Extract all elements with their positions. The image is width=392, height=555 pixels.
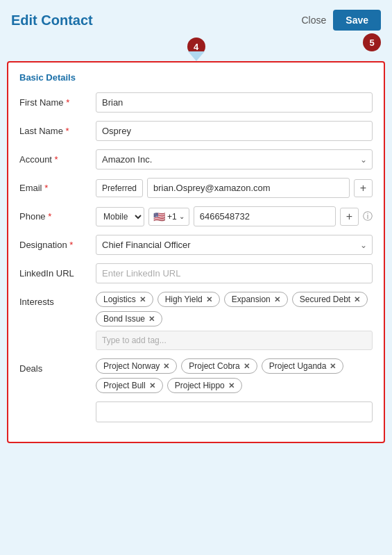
interests-tag-input[interactable] [96,331,373,350]
phone-label: Phone * [19,206,96,222]
email-row: Email * Preferred + [19,178,373,198]
list-item: Logistics ✕ [96,292,153,307]
first-name-field [96,92,373,113]
designation-row: Designation * Chief Financial Officer ⌄ [19,235,373,255]
deals-field: Project Norway ✕ Project Cobra ✕ Project… [96,358,373,422]
designation-dropdown[interactable]: Chief Financial Officer [96,235,373,255]
last-name-label: Last Name * [19,121,96,136]
designation-required: * [69,240,73,250]
account-row: Account * Amazon Inc. ⌄ [19,149,373,169]
first-name-label: First Name * [19,92,96,108]
phone-required: * [48,211,51,222]
phone-add-button[interactable]: + [340,208,359,226]
email-input-row: Preferred + [96,178,373,198]
email-add-button[interactable]: + [354,179,373,197]
account-label: Account * [19,149,96,165]
list-item: Bond Issue ✕ [96,311,162,326]
deals-row: Deals Project Norway ✕ Project Cobra ✕ P… [19,358,373,422]
progress-arrow [188,51,205,61]
last-name-field [96,121,373,141]
deals-label: Deals [19,358,96,374]
phone-row: Phone * Mobile Home Work 🇺🇸 +1 ⌄ + ⓘ [19,206,373,226]
linkedin-label: LinkedIn URL [19,263,96,279]
secured-debt-remove-button[interactable]: ✕ [354,296,360,304]
close-button[interactable]: Close [302,15,327,26]
email-field: Preferred + [96,178,373,198]
linkedin-field [96,263,373,283]
form-container: Basic Details First Name * Last Name * A… [7,61,385,443]
phone-type-select[interactable]: Mobile Home Work [96,207,144,226]
deals-tags: Project Norway ✕ Project Cobra ✕ Project… [96,358,373,393]
first-name-required: * [66,97,69,108]
list-item: Project Cobra ✕ [181,358,257,374]
account-field: Amazon Inc. ⌄ [96,149,373,169]
flag-icon: 🇺🇸 [153,211,165,222]
phone-input-row: Mobile Home Work 🇺🇸 +1 ⌄ + ⓘ [96,206,373,226]
interests-field: Logistics ✕ High Yield ✕ Expansion ✕ Sec… [96,292,373,350]
section-title: Basic Details [19,72,373,83]
progress-row: 4 [0,38,392,56]
last-name-row: Last Name * [19,121,373,141]
high-yield-remove-button[interactable]: ✕ [206,296,212,304]
email-type-badge: Preferred [96,179,143,197]
list-item: Secured Debt ✕ [292,292,368,307]
account-required: * [55,154,58,165]
interests-label: Interests [19,292,96,307]
first-name-row: First Name * [19,92,373,113]
list-item: Project Norway ✕ [96,358,177,374]
phone-number-input[interactable] [194,206,336,226]
logistics-remove-button[interactable]: ✕ [139,296,146,304]
designation-field: Chief Financial Officer ⌄ [96,235,373,255]
email-label: Email * [19,178,96,193]
email-input[interactable] [147,178,350,198]
last-name-input[interactable] [96,121,373,141]
designation-label: Designation * [19,235,96,250]
save-button[interactable]: Save [333,10,381,31]
project-hippo-remove-button[interactable]: ✕ [228,382,235,390]
list-item: Project Uganda ✕ [262,358,344,374]
deals-input[interactable] [96,401,373,422]
list-item: Project Hippo ✕ [167,378,242,393]
list-item: High Yield ✕ [157,292,220,307]
project-uganda-remove-button[interactable]: ✕ [330,363,336,370]
bond-issue-remove-button[interactable]: ✕ [148,315,155,323]
phone-country-selector[interactable]: 🇺🇸 +1 ⌄ [148,208,189,226]
header-actions: Close Save [302,10,382,31]
interests-tags: Logistics ✕ High Yield ✕ Expansion ✕ Sec… [96,292,373,326]
interests-row: Interests Logistics ✕ High Yield ✕ Expan… [19,292,373,350]
project-norway-remove-button[interactable]: ✕ [163,363,169,370]
flag-chevron-icon: ⌄ [179,213,185,220]
list-item: Project Bull ✕ [96,378,163,393]
page-title: Edit Contact [11,13,93,28]
list-item: Expansion ✕ [224,292,288,307]
linkedin-row: LinkedIn URL [19,263,373,283]
email-required: * [44,183,48,193]
header: Edit Contact Close Save [0,0,392,38]
linkedin-input[interactable] [96,263,373,283]
last-name-required: * [66,126,69,136]
project-cobra-remove-button[interactable]: ✕ [244,363,250,370]
country-code: +1 [167,212,177,222]
account-dropdown[interactable]: Amazon Inc. [96,149,373,169]
expansion-remove-button[interactable]: ✕ [274,296,280,304]
info-icon[interactable]: ⓘ [363,210,373,223]
project-bull-remove-button[interactable]: ✕ [149,382,155,390]
first-name-input[interactable] [96,92,373,113]
phone-field: Mobile Home Work 🇺🇸 +1 ⌄ + ⓘ [96,206,373,226]
